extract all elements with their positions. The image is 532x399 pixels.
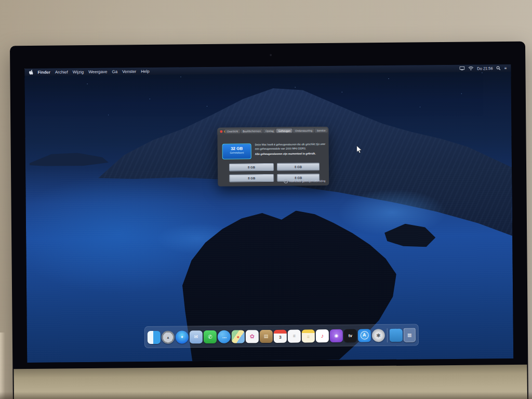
memory-slot-2: 8 GB [277, 163, 320, 171]
tab-beeldschermen[interactable]: Beeldschermen [241, 129, 263, 133]
contacts-icon[interactable]: ▤ [260, 329, 273, 342]
menu-bar-clock[interactable]: Do 21:56 [477, 66, 493, 71]
photos-icon[interactable]: ✿ [246, 330, 259, 343]
tab-service[interactable]: Service [315, 128, 328, 132]
memory-description: Deze Mac heeft 4 geheugensleuven die elk… [255, 142, 326, 151]
memory-installed-label: Geïnstalleerd [223, 151, 251, 154]
info-icon: i [284, 179, 288, 183]
apple-tv-icon[interactable]: tv [344, 329, 357, 342]
wifi-icon[interactable] [468, 66, 473, 71]
memory-usage-note: Alle geheugensleuven zijn momenteel in g… [255, 152, 326, 155]
facetime-icon[interactable]: ✆ [204, 330, 217, 343]
menu-item-venster[interactable]: Venster [122, 69, 136, 74]
close-button[interactable] [220, 130, 222, 132]
dock: ▲ ✦ ✉ ✆ … ◆ ✿ ▤ 3 ≡ ≡ ♪ ◉ tv A ✱ ▦ [144, 324, 419, 348]
menu-bar-status-area: Do 21:56 ≡ [459, 65, 507, 71]
tab-opslag[interactable]: Opslag [263, 128, 276, 132]
apple-logo-icon [29, 70, 33, 75]
app-store-icon[interactable]: A [358, 329, 371, 342]
menu-item-wijzig[interactable]: Wijzig [73, 70, 84, 74]
safari-icon[interactable]: ✦ [176, 330, 189, 343]
memory-upgrade-link[interactable]: i Instructies geheugenuitbreiding [284, 179, 326, 183]
desktop[interactable]: Finder Archief Wijzig Weergave Ga Venste… [24, 64, 513, 363]
reminders-icon[interactable]: ≡ [288, 329, 301, 342]
memory-total-value: 32 GB [223, 146, 251, 151]
spotlight-icon[interactable] [497, 66, 501, 70]
facetime-camera-dot [270, 54, 272, 56]
mail-icon[interactable]: ✉ [190, 330, 203, 343]
maps-icon[interactable]: ◆ [232, 330, 245, 343]
calendar-icon[interactable]: 3 [274, 329, 287, 342]
notes-icon[interactable]: ≡ [302, 329, 315, 342]
music-icon[interactable]: ♪ [316, 329, 329, 342]
tab-geheugen[interactable]: Geheugen [276, 128, 292, 132]
memory-slot-3: 8 GB [229, 174, 274, 182]
memory-upgrade-link-label: Instructies geheugenuitbreiding [289, 179, 326, 183]
memory-total-badge: 32 GB Geïnstalleerd [222, 143, 251, 159]
memory-tab-content: 32 GB Geïnstalleerd Deze Mac heeft 4 geh… [217, 134, 329, 187]
menu-item-ga[interactable]: Ga [112, 69, 117, 74]
trash-icon[interactable]: ▦ [404, 328, 416, 342]
desk-shadow [0, 392, 532, 399]
menu-item-archief[interactable]: Archief [55, 70, 68, 74]
launchpad-icon[interactable]: ▲ [162, 330, 175, 343]
app-store-glyph: A [360, 331, 368, 339]
downloads-folder-icon[interactable] [390, 328, 403, 341]
menu-item-finder[interactable]: Finder [37, 70, 50, 74]
memory-slot-1: 8 GB [229, 163, 274, 171]
messages-icon[interactable]: … [218, 330, 231, 343]
menu-item-help[interactable]: Help [141, 69, 150, 73]
photo-edge-highlight [0, 332, 5, 399]
tab-ondersteuning[interactable]: Ondersteuning [293, 128, 314, 132]
imac-device: Finder Archief Wijzig Weergave Ga Venste… [10, 42, 528, 399]
menu-item-weergave[interactable]: Weergave [88, 69, 107, 74]
apple-menu[interactable] [29, 70, 33, 75]
finder-icon[interactable] [148, 330, 161, 343]
system-preferences-icon[interactable]: ✱ [372, 329, 385, 342]
about-this-mac-window: Overzicht Beeldschermen Opslag Geheugen … [217, 127, 329, 187]
mouse-cursor [357, 145, 362, 155]
window-tab-bar: Overzicht Beeldschermen Opslag Geheugen … [225, 128, 328, 134]
notification-center-icon[interactable]: ≡ [504, 65, 507, 70]
tab-overzicht[interactable]: Overzicht [225, 129, 240, 133]
dock-divider [387, 328, 388, 342]
display-mirroring-icon[interactable] [459, 66, 464, 71]
podcasts-icon[interactable]: ◉ [330, 329, 343, 342]
